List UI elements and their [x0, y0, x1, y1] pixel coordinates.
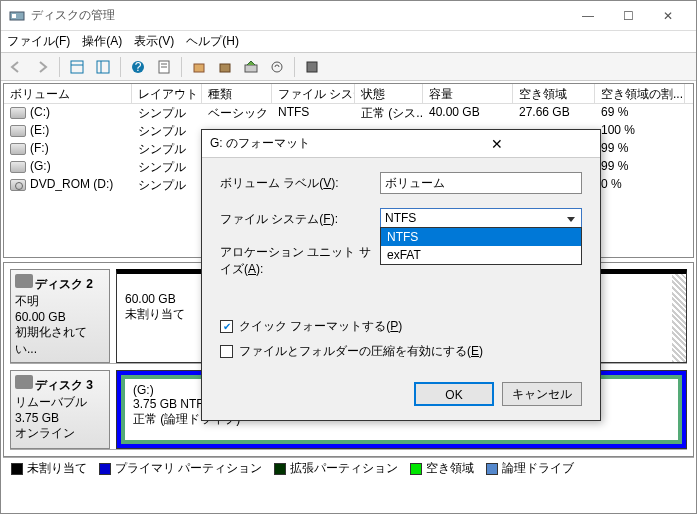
col-type[interactable]: 種類: [202, 84, 272, 103]
legend-primary-box: [99, 463, 111, 475]
toolbar-btn-9[interactable]: [301, 56, 323, 78]
menubar: ファイル(F) 操作(A) 表示(V) ヘルプ(H): [1, 31, 696, 53]
col-layout[interactable]: レイアウト: [132, 84, 202, 103]
checkbox-unchecked-icon: [220, 345, 233, 358]
toolbar-btn-6[interactable]: [214, 56, 236, 78]
label-filesystem: ファイル システム(F):: [220, 211, 380, 228]
compression-checkbox[interactable]: ファイルとフォルダーの圧縮を有効にする(E): [220, 343, 582, 360]
checkbox-checked-icon: ✔: [220, 320, 233, 333]
toolbar-btn-5[interactable]: [188, 56, 210, 78]
legend-free-box: [410, 463, 422, 475]
col-capacity[interactable]: 容量: [423, 84, 513, 103]
volume-row[interactable]: (C:)シンプルベーシックNTFS正常 (シス...40.00 GB27.66 …: [4, 104, 693, 122]
col-pct[interactable]: 空き領域の割...: [595, 84, 685, 103]
maximize-button[interactable]: ☐: [608, 2, 648, 30]
cancel-button[interactable]: キャンセル: [502, 382, 582, 406]
dropdown-option-ntfs[interactable]: NTFS: [381, 228, 581, 246]
window-title: ディスクの管理: [31, 7, 568, 24]
toolbar-btn-1[interactable]: [66, 56, 88, 78]
dropdown-option-exfat[interactable]: exFAT: [381, 246, 581, 264]
disk-icon: [15, 274, 33, 288]
legend-ext-box: [274, 463, 286, 475]
svg-rect-11: [194, 64, 204, 72]
toolbar-btn-8[interactable]: [266, 56, 288, 78]
legend-logical-box: [486, 463, 498, 475]
toolbar-btn-2[interactable]: [92, 56, 114, 78]
help-icon[interactable]: ?: [127, 56, 149, 78]
drive-icon: [10, 143, 26, 155]
quick-format-checkbox[interactable]: ✔ クイック フォーマットする(P): [220, 318, 582, 335]
svg-text:?: ?: [135, 60, 142, 74]
svg-point-14: [272, 62, 282, 72]
svg-rect-2: [71, 61, 83, 73]
svg-rect-15: [307, 62, 317, 72]
filesystem-dropdown: NTFS exFAT: [380, 227, 582, 265]
close-button[interactable]: ✕: [648, 2, 688, 30]
dialog-close-button[interactable]: ✕: [401, 136, 592, 152]
disk-info-3: ディスク 3 リムーバブル 3.75 GB オンライン: [10, 370, 110, 449]
svg-rect-4: [97, 61, 109, 73]
svg-rect-1: [12, 14, 16, 18]
disk-info-2: ディスク 2 不明 60.00 GB 初期化されてい...: [10, 269, 110, 363]
disk-icon: [15, 375, 33, 389]
drive-icon: [10, 179, 26, 191]
col-volume[interactable]: ボリューム: [4, 84, 132, 103]
volumes-header: ボリューム レイアウト 種類 ファイル システム 状態 容量 空き領域 空き領域…: [4, 84, 693, 104]
menu-help[interactable]: ヘルプ(H): [186, 33, 239, 50]
label-volume: ボリューム ラベル(V):: [220, 175, 380, 192]
label-allocation: アロケーション ユニット サイズ(A):: [220, 244, 380, 278]
drive-icon: [10, 125, 26, 137]
col-fs[interactable]: ファイル システム: [272, 84, 355, 103]
toolbar: ?: [1, 53, 696, 81]
menu-view[interactable]: 表示(V): [134, 33, 174, 50]
properties-icon[interactable]: [153, 56, 175, 78]
forward-button: [31, 56, 53, 78]
back-button: [5, 56, 27, 78]
dialog-titlebar[interactable]: G: のフォーマット ✕: [202, 130, 600, 158]
ok-button[interactable]: OK: [414, 382, 494, 406]
legend: 未割り当て プライマリ パーティション 拡張パーティション 空き領域 論理ドライ…: [3, 457, 694, 479]
dialog-title: G: のフォーマット: [210, 135, 401, 152]
app-icon: [9, 8, 25, 24]
col-free[interactable]: 空き領域: [513, 84, 595, 103]
col-status[interactable]: 状態: [355, 84, 423, 103]
toolbar-btn-7[interactable]: [240, 56, 262, 78]
volume-label-input[interactable]: [380, 172, 582, 194]
drive-icon: [10, 107, 26, 119]
svg-rect-12: [220, 64, 230, 72]
menu-action[interactable]: 操作(A): [82, 33, 122, 50]
window-titlebar: ディスクの管理 ― ☐ ✕: [1, 1, 696, 31]
minimize-button[interactable]: ―: [568, 2, 608, 30]
format-dialog: G: のフォーマット ✕ ボリューム ラベル(V): ファイル システム(F):…: [201, 129, 601, 421]
drive-icon: [10, 161, 26, 173]
svg-rect-13: [245, 65, 257, 72]
menu-file[interactable]: ファイル(F): [7, 33, 70, 50]
legend-unalloc-box: [11, 463, 23, 475]
